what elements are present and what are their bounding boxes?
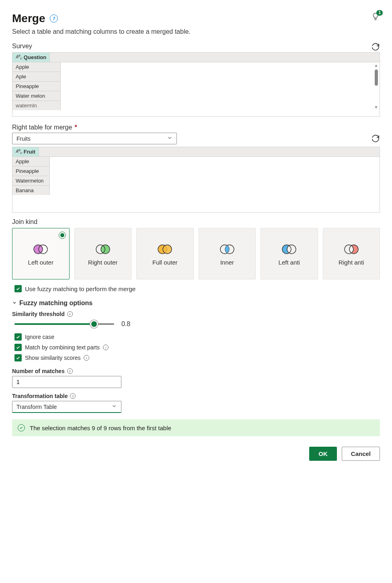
venn-right-anti-icon xyxy=(343,244,360,255)
transform-table-label: Transformation table xyxy=(12,393,68,399)
table-row[interactable]: watermln xyxy=(12,101,61,110)
info-icon[interactable]: i xyxy=(84,355,89,361)
venn-right-outer-icon xyxy=(94,244,112,255)
scroll-down-icon[interactable]: ▼ xyxy=(374,105,378,109)
fuzzy-matching-checkbox[interactable] xyxy=(14,285,22,292)
join-label: Full outer xyxy=(152,259,178,266)
fuzzy-matching-label: Use fuzzy matching to perform the merge xyxy=(25,285,135,292)
table-row[interactable]: Apple xyxy=(12,157,50,166)
table-row[interactable]: Watermelon xyxy=(12,176,50,186)
scroll-thumb[interactable] xyxy=(375,70,378,86)
right-table-dropdown[interactable]: Fruits xyxy=(12,133,177,144)
table-row[interactable]: Pineapple xyxy=(12,82,61,91)
join-label: Left anti xyxy=(279,259,300,266)
info-icon[interactable]: i xyxy=(67,311,73,317)
right-table-label: Right table for merge xyxy=(12,124,72,131)
right-column-name: Fruit xyxy=(24,149,35,155)
chevron-down-icon xyxy=(12,300,17,306)
left-column-header[interactable]: ABC Question xyxy=(12,53,50,62)
info-icon[interactable]: i xyxy=(103,345,109,350)
left-column-name: Question xyxy=(24,54,46,60)
combine-parts-checkbox[interactable] xyxy=(14,344,22,351)
venn-inner-icon xyxy=(218,244,236,255)
join-label: Right outer xyxy=(88,259,117,266)
ideas-badge: 1 xyxy=(376,10,383,16)
success-check-icon xyxy=(18,424,25,431)
join-kind-group: Left outer Right outer Full outer Inne xyxy=(12,228,380,279)
similarity-slider[interactable] xyxy=(14,323,114,325)
show-scores-checkbox[interactable] xyxy=(14,354,22,361)
fuzzy-options-toggle[interactable]: Fuzzy matching options xyxy=(12,300,380,307)
table-row[interactable]: Pineapple xyxy=(12,166,50,176)
join-kind-label: Join kind xyxy=(12,218,380,226)
slider-fill xyxy=(14,323,94,325)
right-column-header[interactable]: ABC Fruit xyxy=(12,147,39,156)
page-subtitle: Select a table and matching columns to c… xyxy=(12,28,380,35)
svg-point-5 xyxy=(163,245,172,254)
chevron-down-icon xyxy=(111,403,117,410)
ok-button[interactable]: OK xyxy=(309,447,337,461)
venn-full-outer-icon xyxy=(156,244,174,255)
venn-left-anti-icon xyxy=(280,244,298,255)
svg-point-0 xyxy=(34,245,43,254)
venn-left-outer-icon xyxy=(32,244,49,255)
join-label: Left outer xyxy=(28,259,53,266)
text-type-icon: ABC xyxy=(16,149,22,154)
svg-point-2 xyxy=(101,245,110,254)
transform-table-dropdown[interactable]: Transform Table xyxy=(12,401,121,413)
slider-thumb[interactable] xyxy=(90,320,98,328)
fuzzy-options-label: Fuzzy matching options xyxy=(19,300,92,307)
num-matches-label: Number of matches xyxy=(12,368,65,374)
num-matches-input[interactable] xyxy=(12,376,121,388)
required-indicator: * xyxy=(74,124,77,131)
combine-parts-label: Match by combining text parts xyxy=(25,344,100,351)
join-label: Right anti xyxy=(339,259,364,266)
transform-table-selected: Transform Table xyxy=(16,404,57,410)
refresh-left-icon[interactable] xyxy=(371,43,380,51)
scrollbar[interactable]: ▲ ▼ xyxy=(373,62,380,110)
left-table-preview[interactable]: ABC Question Apple Aple Pineapple Water … xyxy=(12,52,380,117)
info-icon[interactable]: i xyxy=(70,393,76,399)
show-scores-label: Show similarity scores xyxy=(25,355,80,361)
scroll-up-icon[interactable]: ▲ xyxy=(374,63,378,68)
join-left-outer[interactable]: Left outer xyxy=(12,228,70,279)
ignore-case-checkbox[interactable] xyxy=(14,333,22,341)
help-icon[interactable]: ? xyxy=(50,14,58,23)
text-type-icon: ABC xyxy=(16,54,22,60)
lightbulb-icon xyxy=(371,16,380,22)
join-right-anti[interactable]: Right anti xyxy=(323,228,380,279)
join-left-anti[interactable]: Left anti xyxy=(261,228,318,279)
selected-radio-icon xyxy=(59,232,66,239)
join-label: Inner xyxy=(220,259,234,266)
ignore-case-label: Ignore case xyxy=(25,334,54,340)
chevron-down-icon xyxy=(167,135,172,142)
similarity-value: 0.8 xyxy=(121,320,130,328)
join-right-outer[interactable]: Right outer xyxy=(74,228,132,279)
right-table-selected: Fruits xyxy=(16,135,31,142)
table-row[interactable]: Water melon xyxy=(12,91,61,101)
info-icon[interactable]: i xyxy=(67,368,73,374)
page-title: Merge xyxy=(12,12,45,25)
left-table-label: Survey xyxy=(12,43,366,50)
table-row[interactable]: Apple xyxy=(12,62,61,72)
refresh-right-icon[interactable] xyxy=(371,134,380,143)
status-bar: The selection matches 9 of 9 rows from t… xyxy=(12,419,380,436)
table-row[interactable]: Aple xyxy=(12,72,61,82)
right-table-preview[interactable]: ABC Fruit Apple Pineapple Watermelon Ban… xyxy=(12,147,380,213)
join-full-outer[interactable]: Full outer xyxy=(136,228,194,279)
join-inner[interactable]: Inner xyxy=(199,228,256,279)
similarity-threshold-label: Similarity threshold xyxy=(12,311,65,317)
status-text: The selection matches 9 of 9 rows from t… xyxy=(30,425,171,431)
table-row[interactable]: Banana xyxy=(12,186,50,195)
cancel-button[interactable]: Cancel xyxy=(342,447,380,461)
ideas-button[interactable]: 1 xyxy=(371,12,380,22)
